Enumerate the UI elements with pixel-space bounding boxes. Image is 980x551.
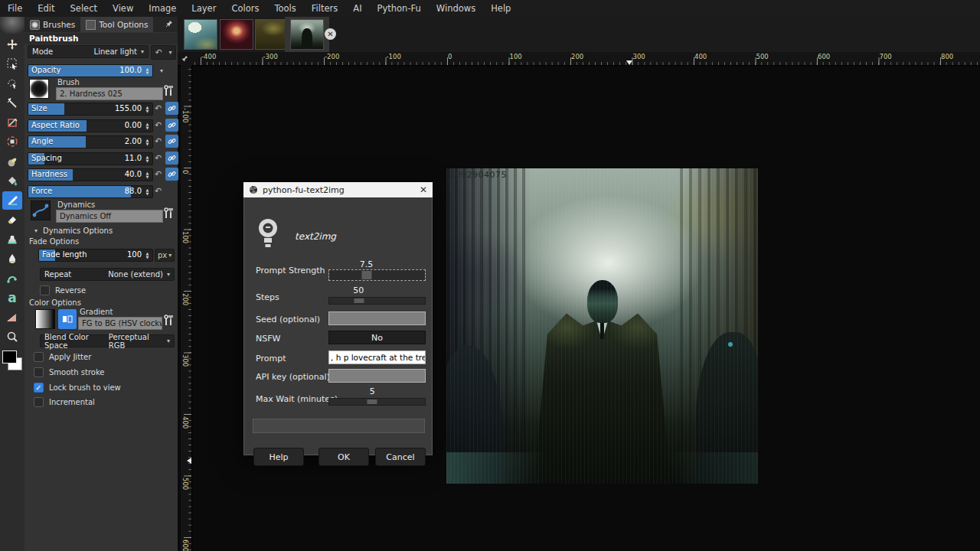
wrench-icon[interactable] — [162, 314, 175, 328]
link-angle-icon[interactable] — [165, 135, 178, 148]
brush-thumbnail[interactable] — [29, 79, 49, 99]
apply-jitter-row[interactable]: Apply Jitter — [34, 352, 91, 362]
pin-icon[interactable] — [165, 20, 173, 29]
smooth-stroke-row[interactable]: Smooth stroke — [34, 367, 105, 377]
transform-tool-icon[interactable] — [2, 132, 22, 151]
image-tab-4-thumbnail[interactable] — [290, 19, 324, 50]
link-size-icon[interactable] — [165, 102, 178, 115]
paintbrush-tool-icon[interactable] — [2, 191, 22, 210]
menu-select[interactable]: Select — [63, 3, 105, 14]
menu-edit[interactable]: Edit — [30, 3, 62, 14]
force-slider[interactable]: Force88.0 ▲▼ — [28, 185, 153, 198]
undo-icon[interactable]: ↶ — [155, 153, 162, 163]
brush-name-field[interactable]: 2. Hardness 025 — [56, 87, 163, 100]
menu-image[interactable]: Image — [141, 3, 184, 14]
blend-color-space-dropdown[interactable]: Blend Color Space Perceptual RGB ▾ — [40, 334, 175, 347]
tab-brushes[interactable]: Brushes — [24, 17, 80, 32]
repeat-dropdown[interactable]: Repeat None (extend) ▾ — [40, 268, 175, 281]
menu-windows[interactable]: Windows — [429, 3, 483, 14]
crop-tool-icon[interactable] — [2, 113, 22, 132]
gradient-field[interactable]: FG to BG (HSV clockwise hu — [78, 317, 162, 330]
image-tab-3[interactable] — [255, 19, 289, 50]
menu-view[interactable]: View — [105, 3, 141, 14]
nsfw-toggle[interactable]: No — [328, 331, 426, 344]
eraser-tool-icon[interactable] — [2, 210, 22, 229]
bucket-fill-tool-icon[interactable] — [2, 171, 22, 190]
prompt-strength-slider[interactable] — [328, 269, 426, 281]
menu-layer[interactable]: Layer — [184, 3, 224, 14]
close-icon[interactable]: ✕ — [325, 28, 336, 40]
undo-icon[interactable]: ↶ — [155, 120, 162, 130]
menu-help[interactable]: Help — [483, 3, 518, 14]
wrench-icon[interactable] — [162, 207, 175, 220]
cancel-button[interactable]: Cancel — [375, 448, 426, 466]
spinner-icon[interactable]: ▲▼ — [143, 103, 152, 115]
spinner-icon[interactable]: ▲▼ — [143, 153, 152, 165]
fade-length-slider[interactable]: Fade length100 ▲▼ — [38, 249, 153, 262]
incremental-checkbox[interactable] — [34, 397, 44, 407]
image-tab-4-selected[interactable] — [285, 17, 329, 52]
menu-filters[interactable]: Filters — [304, 3, 345, 14]
menu-ai[interactable]: AI — [345, 3, 369, 14]
dynamics-options-expander[interactable]: ▾ Dynamics Options — [31, 227, 113, 235]
undo-icon[interactable]: ↶ — [155, 186, 162, 196]
move-tool-icon[interactable] — [2, 35, 22, 54]
dialog-titlebar[interactable]: python-fu-text2img ✕ — [243, 182, 433, 197]
clone-tool-icon[interactable] — [2, 230, 22, 249]
horizontal-ruler[interactable]: -400-300-200-100010020030040050060070080… — [178, 52, 980, 66]
menu-tools[interactable]: Tools — [266, 3, 303, 14]
fuzzy-select-tool-icon[interactable] — [2, 93, 22, 112]
undo-icon[interactable]: ↶ — [155, 47, 162, 57]
image-tab-1[interactable] — [184, 19, 217, 50]
ok-button[interactable]: OK — [318, 448, 369, 466]
close-icon[interactable]: ✕ — [420, 184, 427, 195]
api-key-input[interactable] — [328, 369, 426, 383]
aspect-ratio-slider[interactable]: Aspect Ratio0.00 ▲▼ — [28, 119, 153, 132]
undo-icon[interactable]: ↶ — [155, 103, 162, 113]
help-button[interactable]: Help — [253, 448, 304, 466]
prompt-input[interactable]: , h p lovecraft at the trend — [328, 350, 426, 364]
smooth-stroke-checkbox[interactable] — [34, 367, 44, 377]
angle-slider[interactable]: Angle2.00 ▲▼ — [28, 135, 153, 148]
free-select-tool-icon[interactable] — [2, 74, 22, 93]
chevron-down-icon[interactable]: ▾ — [169, 49, 172, 56]
fg-bg-colors[interactable] — [2, 350, 22, 370]
tab-tool-options[interactable]: Tool Options — [80, 17, 153, 32]
hardness-slider[interactable]: Hardness40.0 ▲▼ — [28, 168, 153, 181]
text-tool-icon[interactable]: a — [2, 289, 22, 307]
link-hardness-icon[interactable] — [165, 168, 178, 181]
max-wait-slider[interactable] — [328, 398, 426, 406]
seed-input[interactable] — [328, 311, 426, 325]
foreground-color-swatch[interactable] — [2, 350, 17, 364]
spinner-icon[interactable]: ▲▼ — [143, 65, 152, 77]
spinner-icon[interactable]: ▲▼ — [143, 169, 152, 181]
size-slider[interactable]: Size155.00 ▲▼ — [28, 103, 153, 116]
lock-brush-checkbox[interactable]: ✓ — [34, 383, 44, 393]
mode-reset-box[interactable]: ↶ ▾ — [151, 45, 176, 60]
link-aspect-icon[interactable] — [165, 119, 178, 132]
gradient-thumbnail[interactable] — [35, 309, 55, 329]
spinner-icon[interactable]: ▲▼ — [143, 186, 152, 197]
menu-colors[interactable]: Colors — [224, 3, 266, 14]
smudge-tool-icon[interactable] — [2, 249, 22, 268]
menu-python-fu[interactable]: Python-Fu — [370, 3, 429, 14]
canvas-image[interactable]: 2092904075 — [446, 168, 758, 484]
undo-icon[interactable]: ↶ — [155, 136, 162, 146]
wrench-icon[interactable] — [162, 84, 175, 98]
reverse-checkbox-row[interactable]: Reverse — [40, 285, 86, 295]
vertical-ruler[interactable]: -1000100200300400500600 — [181, 65, 192, 551]
paths-tool-icon[interactable] — [2, 269, 22, 288]
menu-file[interactable]: File — [0, 3, 30, 14]
spacing-slider[interactable]: Spacing11.0 ▲▼ — [28, 152, 153, 165]
mode-dropdown[interactable]: Mode Linear light ▾ — [28, 45, 149, 58]
spinner-icon[interactable]: ▲▼ — [143, 249, 152, 261]
reverse-checkbox[interactable] — [40, 285, 50, 295]
ink-tool-icon[interactable] — [2, 152, 22, 171]
apply-jitter-checkbox[interactable] — [34, 352, 44, 362]
link-spacing-icon[interactable] — [165, 152, 178, 165]
chevron-down-icon[interactable]: ▾ — [160, 67, 163, 74]
zoom-tool-icon[interactable] — [2, 328, 22, 346]
spinner-icon[interactable]: ▲▼ — [143, 136, 152, 148]
image-tab-2[interactable] — [220, 19, 253, 50]
opacity-slider[interactable]: Opacity 100.0 ▲▼ — [28, 64, 153, 77]
